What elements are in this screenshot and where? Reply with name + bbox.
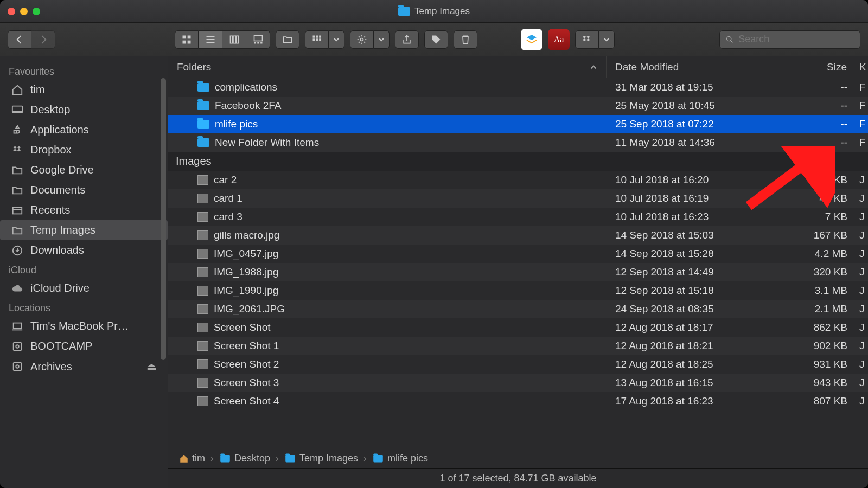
sidebar-item-label: iCloud Drive [30, 282, 90, 294]
zoom-icon[interactable] [33, 8, 40, 15]
new-folder-button[interactable] [276, 30, 299, 49]
table-row[interactable]: car 210 Jul 2018 at 16:2025 KBJ [168, 171, 868, 189]
sidebar-item[interactable]: Downloads [0, 240, 168, 260]
file-kind: F [856, 115, 868, 133]
sidebar-item[interactable]: tim [0, 80, 168, 100]
table-row[interactable]: Screen Shot 313 Aug 2018 at 16:15943 KBJ [168, 374, 868, 392]
table-row[interactable]: gills macro.jpg14 Sep 2018 at 15:03167 K… [168, 226, 868, 245]
group-by-menu[interactable] [305, 30, 344, 49]
folder-icon [197, 83, 209, 92]
share-button[interactable] [395, 30, 419, 49]
svg-rect-0 [183, 35, 186, 38]
sidebar-item[interactable]: BOOTCAMP [0, 336, 168, 356]
group-dropdown[interactable] [329, 30, 344, 49]
table-row[interactable]: IMG_1990.jpg12 Sep 2018 at 15:183.1 MBJ [168, 281, 868, 300]
home-icon [11, 85, 24, 95]
table-row[interactable]: Facebook 2FA25 May 2018 at 10:45--F [168, 97, 868, 115]
table-row[interactable]: complications31 Mar 2018 at 19:15--F [168, 78, 868, 97]
table-row[interactable]: New Folder With Items11 May 2018 at 14:3… [168, 133, 868, 152]
tags-button[interactable] [424, 30, 448, 49]
column-kind[interactable]: K [856, 56, 868, 78]
dropbox-menu[interactable] [575, 30, 615, 49]
search-field[interactable] [719, 30, 860, 49]
table-row[interactable]: card 110 Jul 2018 at 16:1945 KBJ [168, 189, 868, 208]
action-dropdown[interactable] [374, 30, 390, 49]
folder-icon [285, 455, 295, 462]
sidebar-item[interactable]: iCloud Drive [0, 278, 168, 298]
trash-button[interactable] [454, 30, 477, 49]
eject-icon[interactable]: ⏏ [146, 360, 157, 373]
app-icon-stack[interactable] [521, 29, 542, 50]
path-segment[interactable]: Desktop [219, 453, 270, 464]
sidebar-item[interactable]: Dropbox [0, 140, 168, 160]
table-row[interactable]: IMG_0457.jpg14 Sep 2018 at 15:284.2 MBJ [168, 245, 868, 263]
file-kind: J [856, 171, 868, 189]
sidebar-item[interactable]: Desktop [0, 100, 168, 120]
file-name: New Folder With Items [215, 137, 319, 149]
column-name[interactable]: Folders [168, 56, 607, 78]
sidebar-item[interactable]: Recents [0, 200, 168, 220]
table-row[interactable]: Screen Shot12 Aug 2018 at 18:17862 KBJ [168, 318, 868, 337]
minimize-icon[interactable] [20, 8, 28, 15]
sidebar-item-label: Archives [30, 361, 72, 373]
dropbox-dropdown[interactable] [599, 30, 615, 49]
file-kind: J [856, 263, 868, 281]
table-row[interactable]: IMG_2061.JPG24 Sep 2018 at 08:352.1 MBJ [168, 300, 868, 318]
file-date: 10 Jul 2018 at 16:23 [607, 208, 769, 226]
column-view-button[interactable] [222, 30, 246, 49]
dropbox-button[interactable] [575, 30, 599, 49]
sidebar-item[interactable]: Archives⏏ [0, 356, 168, 377]
gallery-view-button[interactable] [246, 30, 270, 49]
file-kind: J [856, 374, 868, 392]
search-input[interactable] [738, 34, 854, 45]
sidebar-scrollbar[interactable] [158, 56, 168, 488]
group-button[interactable] [305, 30, 329, 49]
tag-icon [431, 34, 442, 45]
image-thumbnail-icon [197, 359, 208, 369]
sidebar-item[interactable]: Applications [0, 120, 168, 140]
gear-icon [356, 34, 367, 45]
table-row[interactable]: mlife pics25 Sep 2018 at 07:22--F [168, 115, 868, 133]
file-kind: F [856, 78, 868, 97]
back-button[interactable] [8, 30, 31, 49]
svg-rect-15 [316, 38, 318, 41]
sidebar-item[interactable]: Tim's MacBook Pr… [0, 316, 168, 336]
recents-icon [11, 205, 24, 216]
cloud-icon [11, 283, 24, 294]
file-size: 943 KB [769, 374, 856, 392]
file-name: card 3 [214, 211, 242, 223]
sidebar-group-header: Favourites [0, 62, 168, 80]
table-row[interactable]: Screen Shot 417 Aug 2018 at 16:23807 KBJ [168, 392, 868, 410]
file-size: -- [769, 115, 856, 133]
action-button[interactable] [350, 30, 374, 49]
sidebar-item[interactable]: Google Drive [0, 160, 168, 180]
image-thumbnail-icon [197, 304, 208, 314]
app-icon-dictionary[interactable]: Aa [548, 29, 570, 50]
action-menu[interactable] [350, 30, 390, 49]
file-size: -- [769, 78, 856, 97]
table-row[interactable]: IMG_1988.jpg12 Sep 2018 at 14:49320 KBJ [168, 263, 868, 281]
table-row[interactable]: card 310 Jul 2018 at 16:237 KBJ [168, 208, 868, 226]
column-size[interactable]: Size [769, 56, 856, 78]
file-list-pane: Folders Date Modified Size K complicatio… [168, 56, 868, 488]
share-icon [401, 34, 412, 45]
table-row[interactable]: Screen Shot 212 Aug 2018 at 18:25931 KBJ [168, 355, 868, 374]
list-view-button[interactable] [199, 30, 222, 49]
sidebar-item[interactable]: Temp Images [0, 220, 168, 240]
icon-view-button[interactable] [175, 30, 199, 49]
sidebar-item-label: BOOTCAMP [30, 340, 92, 352]
sidebar-item[interactable]: Documents [0, 180, 168, 200]
svg-rect-10 [260, 42, 262, 44]
close-icon[interactable] [8, 8, 15, 15]
path-segment[interactable]: Temp Images [284, 453, 358, 464]
column-date[interactable]: Date Modified [607, 56, 769, 78]
path-segment[interactable]: mlife pics [372, 453, 428, 464]
image-thumbnail-icon [197, 267, 208, 277]
svg-rect-9 [257, 42, 259, 44]
forward-button[interactable] [31, 30, 55, 49]
folder-icon [197, 101, 209, 110]
path-segment[interactable]: tim [179, 453, 205, 464]
table-row[interactable]: Screen Shot 112 Aug 2018 at 18:21902 KBJ [168, 337, 868, 355]
nav-buttons [8, 30, 55, 49]
folder-icon [373, 455, 383, 462]
